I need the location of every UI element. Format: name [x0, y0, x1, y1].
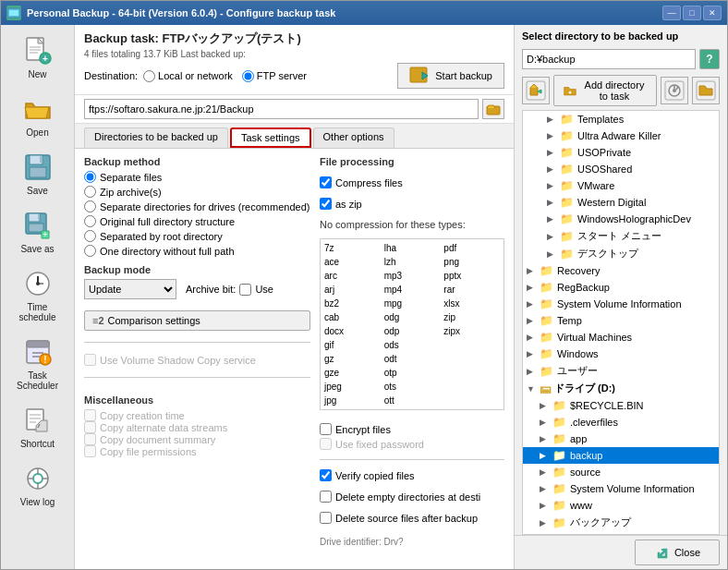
misc-copy-creation[interactable]: Copy creation time	[84, 409, 310, 421]
misc-copy-permissions[interactable]: Copy file permissions	[84, 445, 310, 457]
misc-copy-alternate[interactable]: Copy alternate data streams	[84, 421, 310, 433]
add-directory-button[interactable]: Add directory to task	[553, 75, 657, 106]
delete-source-label[interactable]: Delete source files after backup	[320, 512, 504, 524]
sidebar-item-open[interactable]: Open	[5, 87, 71, 143]
fixed-pw-checkbox[interactable]	[320, 438, 332, 450]
method-original-full[interactable]: Original full directory structure	[84, 215, 310, 227]
shadow-copy-text: Use Volume Shadow Copy service	[100, 355, 256, 366]
dest-path-input[interactable]	[84, 99, 479, 119]
sidebar-item-save[interactable]: Save	[5, 145, 71, 201]
tree-item[interactable]: ▶📁WindowsHolographicDev	[523, 211, 719, 227]
task-scheduler-icon: !	[21, 335, 55, 369]
method-zip[interactable]: Zip archive(s)	[84, 186, 310, 198]
tree-item[interactable]: ▶📁Ultra Adware Killer	[523, 127, 719, 144]
sidebar-item-time-schedule[interactable]: Time schedule	[5, 261, 71, 328]
sidebar-item-shortcut[interactable]: Shortcut	[5, 398, 71, 455]
tree-item[interactable]: ▶📁Windows	[523, 346, 719, 362]
method-separate-dirs[interactable]: Separate directories for drives (recomme…	[84, 200, 310, 212]
tree-item[interactable]: ▶📁ユーザー	[523, 362, 719, 380]
destination-row: Destination: Local or network FTP server	[84, 63, 504, 89]
close-button[interactable]: ✕	[703, 6, 722, 20]
svg-text:!: !	[43, 355, 46, 365]
archive-bit-checkbox[interactable]	[239, 284, 251, 296]
verify-checkbox[interactable]	[320, 469, 332, 481]
start-backup-button[interactable]: Start backup	[397, 63, 504, 89]
delete-empty-label[interactable]: Delete empty directories at desti	[320, 491, 504, 503]
tree-item[interactable]: ▶📁app	[523, 431, 719, 447]
tree-item[interactable]: ▶📁System Volume Information	[523, 480, 719, 497]
sidebar-item-view-log[interactable]: View log	[5, 456, 71, 513]
verify-label[interactable]: Verify copied files	[320, 469, 504, 481]
title-bar: Personal Backup - 64-bit (Version 6.0.4)…	[1, 1, 727, 25]
as-zip-label[interactable]: as zip	[320, 198, 504, 210]
delete-source-checkbox[interactable]	[320, 512, 332, 524]
tree-item[interactable]: ▶📁Virtual Machines	[523, 329, 719, 346]
extension-list: 7zlhapdf acelzhpng arcmp3pptx arjmp4rar …	[320, 238, 504, 410]
encrypt-checkbox[interactable]	[320, 423, 332, 435]
tree-item[interactable]: ▶📁スタート メニュー	[523, 227, 719, 245]
method-separate-files[interactable]: Separate files	[84, 171, 310, 183]
compress-files-label[interactable]: Compress files	[320, 176, 504, 188]
tree-item[interactable]: ▶📁デスクトップ	[523, 245, 719, 262]
radio-local-label[interactable]: Local or network	[143, 70, 233, 82]
method-one-dir[interactable]: One directory without full path	[84, 245, 310, 257]
radio-ftp[interactable]	[242, 70, 254, 82]
as-zip-checkbox[interactable]	[320, 198, 332, 210]
drive-id-label: Drive identifier: Drv?	[320, 537, 504, 547]
nav-settings-button[interactable]	[692, 77, 720, 104]
fixed-pw-label[interactable]: Use fixed password	[320, 438, 504, 450]
tab-other-options[interactable]: Other options	[313, 127, 394, 148]
radio-ftp-text: FTP server	[257, 70, 307, 81]
tree-item[interactable]: ▶📁Templates	[523, 111, 719, 127]
tab-task-settings[interactable]: Task settings	[230, 127, 311, 148]
method-separated-root[interactable]: Separated by root directory	[84, 230, 310, 242]
radio-local[interactable]	[143, 70, 155, 82]
backup-mode-select[interactable]: Update Mirror Full	[84, 279, 176, 299]
directory-tree[interactable]: ▶📁Templates ▶📁Ultra Adware Killer ▶📁USOP…	[522, 110, 720, 535]
tabs: Directories to be backed up Task setting…	[75, 124, 514, 149]
sidebar-item-view-log-label: View log	[20, 497, 55, 507]
tree-item[interactable]: ▶📁.cleverfiles	[523, 414, 719, 431]
minimize-button[interactable]: —	[662, 6, 681, 20]
tree-item[interactable]: ▶📁VMware	[523, 177, 719, 194]
tree-item[interactable]: ▶📁source	[523, 464, 719, 480]
tab-directories[interactable]: Directories to be backed up	[84, 127, 228, 148]
nav-back-button[interactable]	[522, 77, 550, 104]
encrypt-label[interactable]: Encrypt files	[320, 423, 504, 435]
delete-empty-checkbox[interactable]	[320, 491, 332, 503]
dir-help-button[interactable]: ?	[699, 49, 720, 69]
task-info: 4 files totaling 13.7 KiB Last backed up…	[84, 49, 504, 59]
sidebar-item-save-as[interactable]: + Save as	[5, 203, 71, 260]
tree-drive-d[interactable]: ▼🖴ドライブ (D:)	[523, 380, 719, 397]
shadow-copy-checkbox[interactable]	[84, 354, 96, 366]
comparison-settings-button[interactable]: ≡2 Comparison settings	[84, 310, 310, 331]
radio-local-text: Local or network	[158, 70, 233, 81]
tree-item-backup-selected[interactable]: ▶📁backup	[523, 447, 719, 464]
tree-item[interactable]: ▶📁USOShared	[523, 161, 719, 177]
tree-item[interactable]: ▶📁Temp	[523, 312, 719, 329]
dir-path-input[interactable]	[522, 49, 696, 69]
tree-item[interactable]: ▶📁バックアップ	[523, 514, 719, 531]
tree-item[interactable]: ▶📁www	[523, 497, 719, 514]
tree-item[interactable]: ▶📁USOPrivate	[523, 144, 719, 161]
tree-item[interactable]: ▶📁Western Digital	[523, 194, 719, 211]
sidebar-item-task-scheduler[interactable]: ! Task Scheduler	[5, 330, 71, 396]
compress-files-text: Compress files	[335, 177, 403, 188]
tree-item[interactable]: ▶📁System Volume Information	[523, 296, 719, 312]
tree-item[interactable]: ▶📁Recovery	[523, 262, 719, 279]
radio-ftp-label[interactable]: FTP server	[242, 70, 307, 82]
tree-item[interactable]: ▶📁$RECYCLE.BIN	[523, 397, 719, 414]
nav-forward-button[interactable]	[661, 77, 688, 104]
dir-input-row: ?	[515, 47, 727, 71]
sidebar-item-new[interactable]: + New	[5, 29, 71, 85]
dest-browse-button[interactable]	[482, 99, 504, 119]
sidebar-item-shortcut-label: Shortcut	[20, 439, 55, 449]
compress-files-checkbox[interactable]	[320, 176, 332, 188]
tree-item[interactable]: ▶📁RegBackup	[523, 279, 719, 296]
main-content: + New Open Save + Save as	[1, 25, 727, 569]
maximize-button[interactable]: □	[683, 6, 701, 20]
misc-copy-doc-summary[interactable]: Copy document summary	[84, 433, 310, 445]
encrypt-text: Encrypt files	[335, 424, 391, 435]
shadow-copy-label[interactable]: Use Volume Shadow Copy service	[84, 354, 310, 366]
close-button[interactable]: Close	[635, 540, 720, 565]
